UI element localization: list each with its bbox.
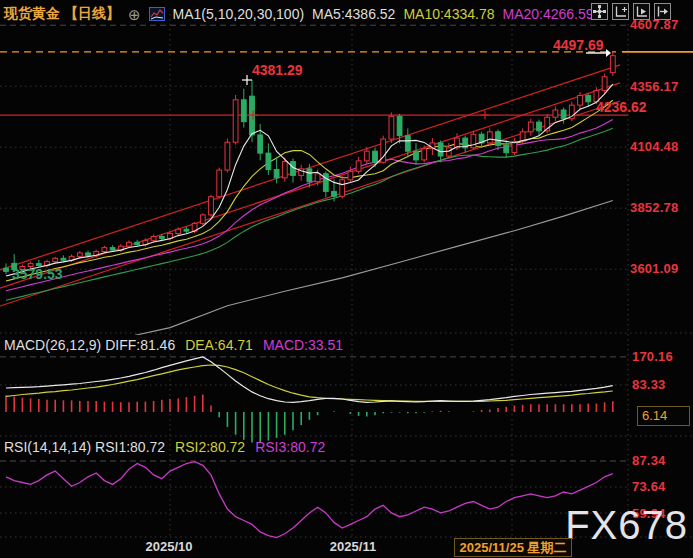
- current-date-badge: 2025/11/25 星期二: [454, 538, 572, 557]
- macd-dea-value: DEA:64.71: [185, 337, 253, 353]
- candle-body: [176, 229, 181, 233]
- candle-body: [315, 174, 320, 182]
- price-tick-4: 3852.78: [630, 200, 678, 215]
- candle-body: [602, 77, 607, 91]
- candle-body: [282, 162, 287, 178]
- add-indicator-icon[interactable]: ⊕: [128, 7, 141, 22]
- candle-body: [266, 153, 271, 169]
- candle-body: [586, 95, 591, 101]
- ma-settings-label: MA1(5,10,20,30,100): [173, 6, 305, 22]
- watermark: FX678: [565, 503, 688, 548]
- price-tick-2: 4356.17: [630, 79, 678, 94]
- chart-canvas[interactable]: [0, 0, 693, 558]
- candle-body: [373, 151, 378, 162]
- price-tick-3: 4104.48: [630, 139, 678, 154]
- ma5-value: MA5:4386.52: [312, 6, 395, 22]
- trendline: [0, 65, 620, 270]
- axis-zoom-icon[interactable]: [612, 3, 629, 20]
- chart-type-icon[interactable]: [149, 7, 165, 21]
- macd-tick-1: 170.16: [632, 349, 673, 364]
- ma100-line: [104, 200, 612, 342]
- ma20-value: MA20:4266.59: [502, 6, 593, 22]
- candle-body: [340, 180, 345, 196]
- trendline: [0, 83, 620, 288]
- candle-body: [274, 170, 279, 178]
- candle-body: [307, 169, 312, 182]
- candle-body: [405, 136, 410, 152]
- macd-tick-2: 83.33: [632, 377, 666, 392]
- candle-body: [438, 143, 443, 156]
- candle-body: [487, 132, 492, 143]
- date-tick-1: 2025/10: [138, 539, 200, 554]
- hline-price-label[interactable]: 4236.62: [596, 99, 647, 115]
- period-label[interactable]: 【日线】: [64, 5, 120, 23]
- rsi3-value: RSI3:80.72: [255, 439, 325, 455]
- pan-icon[interactable]: [591, 3, 608, 20]
- candle-body: [446, 148, 451, 156]
- candle-body: [561, 110, 566, 119]
- candle-body: [578, 95, 583, 105]
- symbol-name: 现货黄金: [4, 5, 60, 23]
- candle-body: [225, 142, 230, 170]
- price-tick-5: 3601.09: [630, 261, 678, 276]
- candle-body: [389, 116, 394, 139]
- candle-body: [61, 258, 66, 260]
- candle-body: [553, 110, 558, 117]
- candle-body: [209, 197, 214, 215]
- price-tick-1: 4607.87: [630, 17, 678, 32]
- macd-value-badge: 6.14: [637, 406, 690, 426]
- trendline: [0, 101, 620, 306]
- candle-body: [233, 100, 238, 142]
- candle-body: [184, 229, 189, 231]
- candle-body: [356, 161, 361, 171]
- header: 现货黄金 【日线】 ⊕ MA1(5,10,20,30,100) MA5:4386…: [4, 4, 594, 24]
- candle-body: [110, 248, 115, 250]
- candle-body: [86, 253, 91, 255]
- candle-body: [200, 215, 205, 223]
- candle-body: [332, 191, 337, 196]
- candle-body: [364, 151, 369, 161]
- macd-value: MACD:33.51: [263, 337, 343, 353]
- main-panel-layer: [0, 52, 628, 342]
- candle-body: [241, 100, 246, 122]
- candle-body: [102, 248, 107, 252]
- macd-label: MACD(26,12,9) DIFF:81.46: [4, 337, 175, 353]
- rsi-tick-2: 73.64: [632, 479, 666, 494]
- candles-layer: [4, 52, 616, 274]
- candle-body: [77, 253, 82, 256]
- macd-layer: [6, 357, 613, 443]
- candle-body: [414, 151, 419, 160]
- candle-body: [258, 135, 263, 153]
- rsi-header: RSI(14,14,14) RSI1:80.72 RSI2:80.72 RSI3…: [4, 439, 325, 455]
- rsi2-value: RSI2:80.72: [175, 439, 245, 455]
- diff-line: [6, 357, 613, 402]
- candle-body: [610, 56, 615, 73]
- candle-body: [217, 170, 222, 197]
- candle-body: [53, 258, 58, 261]
- candle-body: [496, 132, 501, 146]
- peak-high-label: 4381.29: [252, 62, 303, 78]
- candle-body: [528, 122, 533, 132]
- candle-body: [348, 171, 353, 179]
- date-tick-2: 2025/11: [322, 539, 384, 554]
- rsi-line: [6, 462, 613, 538]
- candle-body: [471, 134, 476, 148]
- rsi-label: RSI(14,14,14) RSI1:80.72: [4, 439, 165, 455]
- last-high-label: 4497.69: [553, 37, 604, 53]
- rsi-tick-1: 87.34: [632, 453, 666, 468]
- candle-body: [537, 122, 542, 131]
- chart-window: 现货黄金 【日线】 ⊕ MA1(5,10,20,30,100) MA5:4386…: [0, 0, 693, 558]
- swing-low-label: 3579.53: [12, 266, 63, 282]
- candle-body: [422, 149, 427, 160]
- candle-body: [4, 268, 9, 271]
- candle-body: [397, 116, 402, 135]
- candle-body: [504, 145, 509, 152]
- candle-body: [127, 242, 132, 246]
- candle-body: [135, 242, 140, 244]
- macd-header: MACD(26,12,9) DIFF:81.46 DEA:64.71 MACD:…: [4, 337, 343, 353]
- candle-body: [151, 236, 156, 240]
- candle-body: [159, 236, 164, 238]
- ma10-value: MA10:4334.78: [403, 6, 494, 22]
